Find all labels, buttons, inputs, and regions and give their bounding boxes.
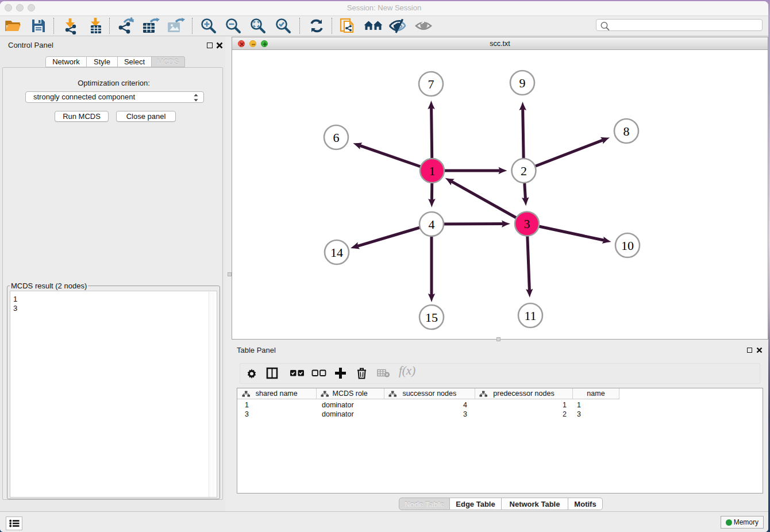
svg-text:14: 14 (330, 245, 343, 260)
svg-text:8: 8 (623, 124, 630, 138)
svg-text:2: 2 (521, 164, 527, 178)
svg-text:6: 6 (333, 130, 340, 145)
svg-text:10: 10 (621, 238, 634, 253)
svg-text:11: 11 (524, 309, 536, 323)
svg-text:4: 4 (429, 217, 435, 232)
svg-text:1: 1 (429, 164, 436, 178)
svg-text:15: 15 (425, 310, 438, 325)
svg-text:3: 3 (524, 217, 530, 231)
svg-text:7: 7 (428, 77, 434, 91)
svg-text:9: 9 (519, 76, 526, 90)
